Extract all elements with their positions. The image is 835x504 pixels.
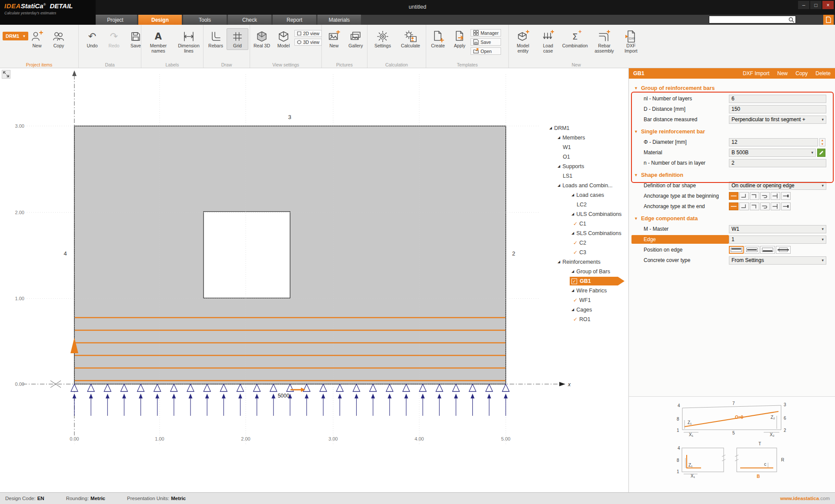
search-input[interactable] [709,17,788,22]
tree-item-o1[interactable]: O1 [544,152,628,162]
position-upper-option[interactable] [745,246,759,254]
tree-item-cages[interactable]: ◢Cages [544,305,628,315]
tree-item-gb1-selected[interactable]: ✓ GB1 [544,276,628,286]
spin-down-icon[interactable]: ▼ [820,142,825,146]
new-rebar-assembly-button[interactable]: Rebar assembly [590,28,618,55]
new-load-case-button[interactable]: Load case [536,28,560,55]
anchorage-hook-down-option[interactable] [750,202,759,210]
anchorage-hook-up-option[interactable] [739,202,749,210]
check-icon[interactable]: ✓ [573,240,578,245]
check-icon[interactable]: ✓ [573,317,578,322]
collapse-icon[interactable]: ▼ [634,173,638,177]
section-shape-definition[interactable]: ▼ Shape definition [629,170,835,180]
search-icon[interactable] [788,17,794,23]
tree-item-ls1[interactable]: LS1 [544,171,628,181]
copy-project-item-button[interactable]: Copy [48,28,70,50]
diameter-input[interactable]: 12 [729,138,818,146]
tab-project[interactable]: Project [94,15,137,25]
tree-item-wire-fabrics[interactable]: ◢Wire Fabrics [544,286,628,295]
tree-item-lc2[interactable]: LC2 [544,200,628,209]
anchorage-loop-option[interactable] [760,202,770,210]
anchorage-hook-down-option[interactable] [750,192,759,200]
template-open-button[interactable]: Open [471,47,501,55]
new-action[interactable]: New [777,70,788,76]
template-manager-button[interactable]: Manager [471,29,501,36]
real-3d-button[interactable]: Real 3D [251,28,273,50]
gallery-button[interactable]: Gallery [345,28,367,50]
template-save-button[interactable]: Save [471,38,501,46]
anchorage-loop-option[interactable] [760,192,770,200]
bars-in-layer-input[interactable]: 2 [729,159,826,167]
expand-icon[interactable]: ◢ [558,165,560,168]
tree-item-c3[interactable]: ✓C3 [544,248,628,257]
calculation-settings-button[interactable]: Settings [369,28,396,50]
drawing-area[interactable]: x 5000 3.00 2.00 1.00 0.00 0.00 1.00 [0,68,628,492]
bar-shape-definition-select[interactable]: On outline or opening edge ▾ [729,182,826,190]
undo-button[interactable]: ↶ Undo [81,28,103,50]
new-model-entity-button[interactable]: Model entity [510,28,536,55]
position-top-option[interactable] [729,246,744,254]
anchorage-transverse-bar-option[interactable] [771,192,780,200]
redo-button[interactable]: ↷ Redo [103,28,125,50]
diameter-stepper[interactable]: ▲ ▼ [819,138,825,146]
2d-view-button[interactable]: 2D view [294,30,322,37]
model-view-button[interactable]: Model [273,28,294,50]
tab-tools[interactable]: Tools [183,15,227,25]
line-support[interactable] [71,384,509,416]
dxf-import-action[interactable]: DXF Import [743,70,769,76]
tree-item-wf1[interactable]: ✓WF1 [544,295,628,305]
tab-design[interactable]: Design [138,15,182,25]
calculate-button[interactable]: Calculate [396,28,425,50]
tree-item-loads[interactable]: ◢Loads and Combin... [544,181,628,190]
position-bottom-option[interactable] [760,246,775,254]
maximize-button[interactable]: □ [810,1,822,9]
3d-view-button[interactable]: 3D view [294,39,322,46]
apply-template-button[interactable]: Apply [449,28,471,55]
help-button[interactable] [823,15,834,25]
collapse-icon[interactable]: ▼ [634,86,638,90]
canvas-drawing[interactable]: x 5000 3.00 2.00 1.00 0.00 0.00 1.00 [0,68,628,492]
tree-item-group-of-bars[interactable]: ◢Group of Bars [544,267,628,276]
section-group-of-reinforcement-bars[interactable]: ▼ Group of reinforcement bars [629,83,835,93]
check-icon[interactable]: ✓ [573,221,578,226]
anchorage-straight-option[interactable] [729,192,738,200]
dxf-import-button[interactable]: DXF DXF Import [618,28,644,55]
tree-item-load-cases[interactable]: ◢Load cases [544,190,628,200]
tree-item-drm1[interactable]: ◢DRM1 [544,123,628,133]
position-overhang-option[interactable] [776,246,791,254]
anchorage-plate-option[interactable] [781,202,791,210]
section-single-reinforcement-bar[interactable]: ▼ Single reinforcement bar [629,126,835,137]
expand-icon[interactable]: ◢ [558,136,560,139]
fit-view-button[interactable] [2,70,10,79]
copy-action[interactable]: Copy [795,70,808,76]
edge-select[interactable]: 1 ▾ [729,235,826,244]
spin-up-icon[interactable]: ▲ [820,139,825,143]
expand-icon[interactable]: ◢ [571,270,574,273]
member-names-button[interactable]: A Member names [143,28,174,55]
grid-toggle-button[interactable]: Grid [227,28,248,50]
master-select[interactable]: W1 ▾ [729,225,826,233]
expand-icon[interactable]: ◢ [571,232,574,235]
tab-materials[interactable]: Materials [317,15,361,25]
expand-icon[interactable]: ◢ [571,212,574,216]
wall-opening[interactable] [204,212,290,298]
expand-icon[interactable]: ◢ [549,126,552,130]
number-of-layers-input[interactable]: 6 [729,95,826,103]
check-icon[interactable]: ✓ [573,298,578,303]
new-project-item-button[interactable]: New [26,28,48,50]
anchorage-plate-option[interactable] [781,192,791,200]
tree-item-w1[interactable]: W1 [544,143,628,152]
expand-icon[interactable]: ◢ [571,289,574,292]
tree-item-sls-combinations[interactable]: ◢SLS Combinations [544,229,628,238]
expand-icon[interactable]: ◢ [558,260,560,264]
delete-action[interactable]: Delete [815,70,831,76]
create-template-button[interactable]: Create [427,28,449,55]
minimize-button[interactable]: – [798,1,809,9]
new-combination-button[interactable]: Σ + Combination [560,28,590,55]
tree-item-supports[interactable]: ◢Supports [544,162,628,171]
tree-item-uls-combinations[interactable]: ◢ULS Combinations [544,209,628,219]
tree-item-c2[interactable]: ✓C2 [544,238,628,248]
check-icon[interactable]: ✓ [573,250,578,255]
material-select[interactable]: B 500B ▾ [729,149,816,157]
anchorage-hook-up-option[interactable] [739,192,749,200]
